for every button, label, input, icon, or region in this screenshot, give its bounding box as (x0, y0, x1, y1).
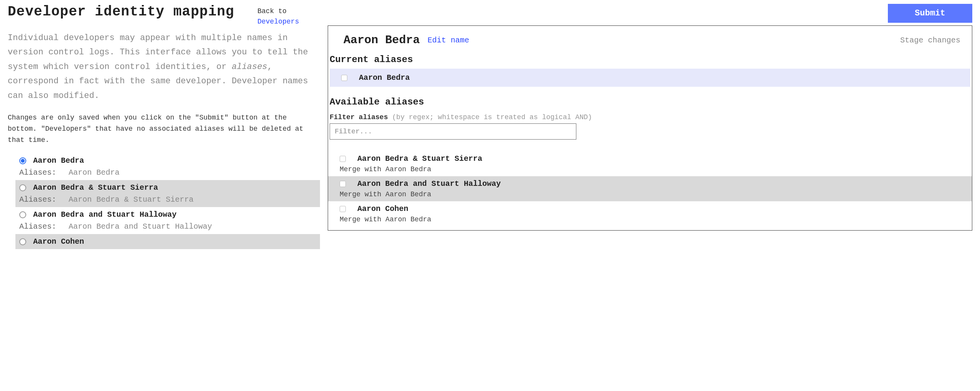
aliases-label: Aliases: (19, 195, 56, 204)
filter-label: Filter aliases (330, 113, 388, 121)
developer-name: Aaron Cohen (33, 237, 84, 246)
submit-button[interactable]: Submit (888, 4, 972, 23)
alias-checkbox[interactable] (340, 181, 346, 187)
developer-item[interactable]: Aaron Bedra and Stuart Halloway Aliases:… (15, 207, 320, 234)
back-link-prefix: Back to (258, 7, 287, 15)
back-to-developers-link[interactable]: Developers (258, 18, 299, 25)
developer-item[interactable]: Aaron Bedra Aliases: Aaron Bedra (15, 153, 320, 180)
alias-name: Aaron Cohen (357, 204, 408, 213)
available-alias-list: Aaron Bedra & Stuart Sierra Merge with A… (328, 151, 972, 226)
developer-item[interactable]: Aaron Bedra & Stuart Sierra Aliases: Aar… (15, 180, 320, 207)
developer-list: Aaron Bedra Aliases: Aaron Bedra Aaron B… (15, 153, 320, 249)
current-aliases-heading: Current aliases (330, 51, 972, 69)
alias-checkbox[interactable] (340, 156, 346, 162)
save-note: Changes are only saved when you click on… (8, 112, 320, 145)
alias-checkbox[interactable] (340, 206, 346, 212)
edit-name-link[interactable]: Edit name (428, 36, 469, 45)
available-aliases-heading: Available aliases (330, 93, 972, 111)
developer-name: Aaron Bedra & Stuart Sierra (33, 183, 158, 192)
developer-name: Aaron Bedra (33, 156, 84, 165)
stage-changes-button[interactable]: Stage changes (900, 36, 960, 45)
filter-input[interactable] (330, 123, 576, 140)
developer-name: Aaron Bedra and Stuart Halloway (33, 210, 177, 219)
alias-name: Aaron Bedra & Stuart Sierra (357, 154, 482, 163)
filter-hint: (by regex; whitespace is treated as logi… (392, 113, 592, 121)
merge-hint: Merge with Aaron Bedra (340, 216, 960, 223)
current-alias-item[interactable]: Aaron Bedra (330, 69, 970, 87)
developer-radio[interactable] (19, 184, 26, 191)
developer-radio[interactable] (19, 157, 26, 164)
aliases-label: Aliases: (19, 168, 56, 177)
alias-name: Aaron Bedra (359, 73, 410, 82)
detail-developer-name: Aaron Bedra (344, 34, 420, 47)
merge-hint: Merge with Aaron Bedra (340, 190, 960, 198)
alias-name: Aaron Bedra and Stuart Halloway (357, 179, 501, 188)
available-alias-item[interactable]: Aaron Bedra & Stuart Sierra Merge with A… (328, 151, 972, 176)
available-alias-item[interactable]: Aaron Bedra and Stuart Halloway Merge wi… (328, 176, 972, 201)
back-link-container: Back to Developers (258, 6, 299, 27)
developer-aliases: Aaron Bedra (69, 168, 120, 177)
developer-aliases: Aaron Bedra & Stuart Sierra (69, 195, 194, 204)
detail-panel: Aaron Bedra Edit name Stage changes Curr… (328, 25, 972, 231)
developer-radio[interactable] (19, 211, 26, 218)
developer-radio[interactable] (19, 238, 26, 245)
aliases-label: Aliases: (19, 222, 56, 231)
page-description: Individual developers may appear with mu… (8, 31, 320, 103)
merge-hint: Merge with Aaron Bedra (340, 165, 960, 173)
available-alias-item[interactable]: Aaron Cohen Merge with Aaron Bedra (328, 201, 972, 226)
description-italic: aliases (232, 62, 267, 72)
developer-item[interactable]: Aaron Cohen (15, 234, 320, 249)
developer-aliases: Aaron Bedra and Stuart Halloway (69, 222, 212, 231)
alias-checkbox[interactable] (341, 75, 347, 81)
page-title: Developer identity mapping (8, 4, 234, 20)
